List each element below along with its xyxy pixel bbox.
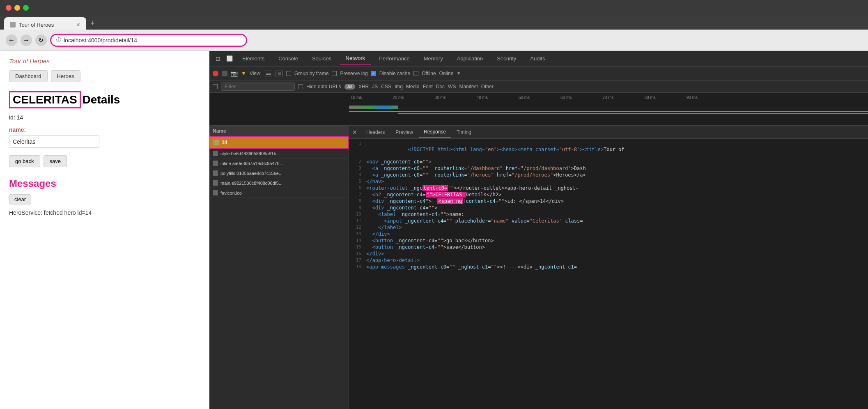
new-tab-btn[interactable]: +: [86, 17, 99, 30]
view-waterfall-icon[interactable]: ⊟: [276, 71, 283, 76]
device-toolbar-icon[interactable]: ⬜: [225, 54, 234, 63]
traffic-light-green[interactable]: [23, 5, 29, 11]
filter-font[interactable]: Font: [423, 84, 433, 90]
filter-media[interactable]: Media: [406, 84, 420, 90]
dropdown-arrow[interactable]: ▼: [457, 71, 461, 76]
line-num-3: 3: [349, 165, 366, 171]
line-num-13: 13: [349, 231, 366, 237]
hero-id: id: 14: [9, 114, 200, 121]
timeline-label-80ms: 80 ms: [645, 95, 687, 100]
code-line-6: 6 <router-outlet _ngctent-c0=""></router…: [349, 185, 868, 191]
close-panel-icon[interactable]: ✕: [352, 129, 357, 136]
response-tab-headers[interactable]: Headers: [361, 127, 390, 138]
code-line-7: 7 <h2 _ngcontent-c4="">CELERITAS Details…: [349, 191, 868, 198]
dashboard-button[interactable]: Dashboard: [9, 70, 48, 82]
timeline-label-90ms: 90 ms: [687, 95, 728, 100]
response-tab-timing[interactable]: Timing: [452, 127, 476, 138]
response-tabs-bar: ✕ Headers Preview Response Timing: [349, 126, 868, 139]
devtools-tab-memory[interactable]: Memory: [418, 52, 449, 65]
code-line-5: 5 </nav>: [349, 178, 868, 185]
disable-cache-checkbox[interactable]: ✓: [371, 71, 376, 76]
back-button[interactable]: ←: [6, 34, 17, 46]
network-row-polyfills[interactable]: polyfills.01056aae8cb7c156e...: [209, 168, 349, 178]
line-num-14: 14: [349, 238, 366, 244]
active-tab[interactable]: Tour of Heroes ✕: [4, 17, 86, 30]
filter-icon[interactable]: ▼: [241, 70, 246, 76]
response-tab-response[interactable]: Response: [419, 126, 451, 138]
filter-doc[interactable]: Doc: [436, 84, 445, 90]
network-row-14[interactable]: 14: [209, 136, 349, 149]
disable-cache-label: Disable cache: [379, 71, 410, 76]
record-button[interactable]: [213, 71, 218, 76]
group-by-frame-label: Group by frame: [294, 71, 328, 76]
devtools-tab-sources[interactable]: Sources: [306, 52, 338, 65]
line-num-4: 4: [349, 172, 366, 178]
go-back-button[interactable]: go back: [9, 155, 40, 167]
devtools-tab-network[interactable]: Network: [340, 52, 371, 65]
code-line-1: 1 <!DOCTYPE html><html lang="en"><head><…: [349, 140, 868, 159]
preserve-log-label: Preserve log: [340, 71, 367, 76]
hero-name-boxed: CELERITAS: [9, 91, 81, 108]
network-row-icon-style: [213, 151, 218, 156]
timeline-label-10ms: 10 ms: [351, 95, 393, 100]
clear-button[interactable]: clear: [9, 194, 31, 204]
network-row-favicon[interactable]: favicon.ico: [209, 188, 349, 198]
devtools-tab-security[interactable]: Security: [491, 52, 522, 65]
line-num-10: 10: [349, 211, 366, 217]
network-row-icon-inline: [213, 161, 218, 166]
line-content-18: <app-messages _ngcontent-c0="" _nghost-c…: [366, 264, 868, 270]
timeline-green-line: [349, 111, 868, 112]
network-row-name-14: 14: [222, 140, 227, 145]
timeline-area: 10 ms 20 ms 30 ms 40 ms 50 ms 60 ms 70 m…: [209, 93, 868, 126]
online-label: Online: [439, 71, 454, 76]
line-num-9: 9: [349, 205, 366, 211]
save-button[interactable]: save: [44, 155, 67, 167]
code-line-12: 12 </label>: [349, 224, 868, 231]
inspect-element-icon[interactable]: ⊡: [214, 54, 223, 63]
devtools-tab-audits[interactable]: Audits: [524, 52, 551, 65]
filter-img[interactable]: Img: [395, 84, 403, 90]
camera-icon[interactable]: 📷: [231, 70, 238, 77]
filter-js[interactable]: JS: [372, 84, 378, 90]
address-text: localhost:4000/prod/detail/14: [64, 37, 137, 44]
filter-other[interactable]: Other: [481, 84, 494, 90]
response-tab-preview[interactable]: Preview: [390, 127, 418, 138]
network-row-icon-main: [213, 180, 218, 186]
filter-ws[interactable]: WS: [448, 84, 456, 90]
timeline-label-70ms: 70 ms: [602, 95, 644, 100]
view-list-icon[interactable]: [265, 71, 272, 76]
line-content-9: <div _ngcontent-c4="">: [366, 205, 868, 211]
tab-close-icon[interactable]: ✕: [76, 22, 80, 28]
filter-all[interactable]: All: [344, 84, 355, 90]
refresh-button[interactable]: ↻: [35, 34, 47, 46]
network-row-style[interactable]: style.0e6d4836058906a81b...: [209, 149, 349, 159]
devtools-tab-elements[interactable]: Elements: [237, 52, 270, 65]
network-row-main[interactable]: main.e9221536c8f408c06df5...: [209, 178, 349, 188]
preserve-checkbox: [332, 71, 337, 76]
filter-checkbox: [213, 84, 218, 89]
devtools-tab-console[interactable]: Console: [273, 52, 304, 65]
timeline-label-40ms: 40 ms: [477, 95, 519, 100]
forward-button[interactable]: →: [21, 34, 32, 46]
code-line-11: 11 <input _ngcontent-c4="" placeholder="…: [349, 218, 868, 224]
filter-css[interactable]: CSS: [381, 84, 391, 90]
address-bar[interactable]: ⓘ localhost:4000/prod/detail/14: [50, 34, 247, 47]
stop-button[interactable]: [222, 71, 227, 76]
filter-input[interactable]: [221, 83, 295, 91]
traffic-light-yellow[interactable]: [14, 5, 20, 11]
filter-manifest[interactable]: Manifest: [459, 84, 478, 90]
devtools-tab-application[interactable]: Application: [451, 52, 489, 65]
traffic-light-red[interactable]: [6, 5, 11, 11]
code-line-13: 13 </div>: [349, 231, 868, 237]
heroes-button[interactable]: Heroes: [51, 70, 80, 82]
code-line-15: 15 <button _ngcontent-c4="">save</button…: [349, 244, 868, 250]
timeline-label-30ms: 30 ms: [434, 95, 476, 100]
network-row-icon-polyfills: [213, 170, 218, 176]
name-input[interactable]: [9, 136, 99, 148]
line-content-3: <a _ngcontent-c0="" routerlink="/dashboa…: [366, 165, 868, 171]
filter-xhr[interactable]: XHR: [358, 84, 369, 90]
devtools-tab-performance[interactable]: Performance: [373, 52, 415, 65]
network-row-inline[interactable]: inline.aa0e3b67a19c8c9a470...: [209, 159, 349, 168]
code-line-8: 8 <div _ngcontent-c4"> <span_ng[content-…: [349, 198, 868, 204]
code-line-3: 3 <a _ngcontent-c0="" routerlink="/dashb…: [349, 165, 868, 172]
